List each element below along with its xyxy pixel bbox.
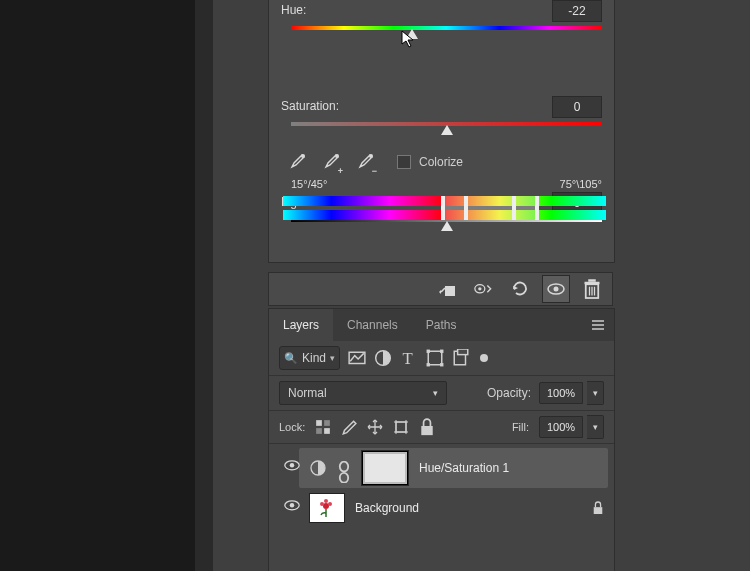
filter-kind-label: Kind xyxy=(302,351,326,365)
trash-icon[interactable] xyxy=(582,279,602,299)
chevron-down-icon: ▾ xyxy=(433,388,438,398)
svg-point-0 xyxy=(301,154,305,158)
svg-rect-12 xyxy=(585,282,600,285)
tab-paths[interactable]: Paths xyxy=(412,309,471,341)
colorize-checkbox[interactable] xyxy=(397,155,411,169)
lock-image-icon[interactable] xyxy=(341,419,357,435)
range-right-label: 75°\105° xyxy=(560,178,602,190)
search-icon: 🔍 xyxy=(284,352,298,365)
eyedropper-icon[interactable] xyxy=(287,152,307,172)
svg-point-1 xyxy=(335,154,339,158)
opacity-dropdown-icon[interactable]: ▾ xyxy=(587,381,604,405)
opacity-label: Opacity: xyxy=(487,386,531,400)
svg-point-7 xyxy=(554,287,559,292)
lock-transparency-icon[interactable] xyxy=(315,419,331,435)
mask-link-icon[interactable] xyxy=(337,461,351,475)
filter-type-icon[interactable]: T xyxy=(400,349,418,367)
fill-dropdown-icon[interactable]: ▾ xyxy=(587,415,604,439)
svg-point-45 xyxy=(320,502,324,506)
lock-label: Lock: xyxy=(279,421,305,433)
svg-rect-13 xyxy=(588,279,596,282)
saturation-slider[interactable] xyxy=(291,122,602,126)
layer-mask-thumbnail[interactable] xyxy=(361,450,409,486)
hue-value-input[interactable]: -22 xyxy=(552,0,602,22)
layer-filter-bar: 🔍 Kind ▾ T xyxy=(269,341,614,376)
filter-adjustment-icon[interactable] xyxy=(374,349,392,367)
svg-rect-27 xyxy=(316,420,322,426)
svg-point-46 xyxy=(328,502,332,506)
svg-rect-3 xyxy=(445,286,455,296)
chevron-down-icon: ▾ xyxy=(330,353,335,363)
lock-icon xyxy=(592,501,604,515)
view-previous-state-icon[interactable] xyxy=(474,279,494,299)
lightness-slider-thumb[interactable] xyxy=(441,221,453,231)
svg-rect-24 xyxy=(440,363,443,366)
colorize-label: Colorize xyxy=(419,155,463,169)
svg-rect-21 xyxy=(427,350,430,353)
hue-saturation-panel: Hue: -22 Saturation: 0 Lightness: 0 xyxy=(268,0,615,263)
svg-rect-26 xyxy=(458,349,468,355)
saturation-slider-thumb[interactable] xyxy=(441,125,453,135)
svg-rect-29 xyxy=(316,428,322,434)
range-left-label: 15°/45° xyxy=(291,178,327,190)
svg-point-47 xyxy=(324,499,328,503)
saturation-label: Saturation: xyxy=(281,99,339,113)
svg-rect-28 xyxy=(324,420,330,426)
range-handle[interactable] xyxy=(512,196,516,220)
lock-position-icon[interactable] xyxy=(367,419,383,435)
layer-name[interactable]: Hue/Saturation 1 xyxy=(419,461,509,475)
svg-rect-23 xyxy=(427,363,430,366)
layer-name[interactable]: Background xyxy=(355,501,419,515)
range-handle[interactable] xyxy=(464,196,468,220)
reset-icon[interactable] xyxy=(510,279,530,299)
fill-label: Fill: xyxy=(512,421,529,433)
svg-rect-36 xyxy=(422,426,433,435)
svg-rect-22 xyxy=(440,350,443,353)
range-handle[interactable] xyxy=(441,196,445,220)
hue-slider[interactable] xyxy=(291,26,602,30)
eyedropper-add-icon[interactable]: + xyxy=(321,152,341,172)
blend-mode-value: Normal xyxy=(288,386,327,400)
eyedropper-subtract-icon[interactable]: − xyxy=(355,152,375,172)
filter-pixel-icon[interactable] xyxy=(348,349,366,367)
adjustment-layer-icon xyxy=(309,459,327,477)
svg-rect-49 xyxy=(594,507,603,514)
svg-rect-31 xyxy=(396,422,406,432)
toggle-visibility-icon[interactable] xyxy=(543,276,569,302)
blend-mode-select[interactable]: Normal ▾ xyxy=(279,381,447,405)
clip-to-layer-icon[interactable] xyxy=(438,279,458,299)
layer-thumbnail[interactable] xyxy=(309,493,345,523)
saturation-value-input[interactable]: 0 xyxy=(552,96,602,118)
layer-row[interactable]: Hue/Saturation 1 xyxy=(299,448,608,488)
filter-shape-icon[interactable] xyxy=(426,349,444,367)
hue-slider-thumb[interactable] xyxy=(406,29,418,39)
adjustment-footer xyxy=(268,272,613,306)
filter-kind-select[interactable]: 🔍 Kind ▾ xyxy=(279,346,340,370)
svg-point-41 xyxy=(340,473,348,483)
layer-row[interactable]: Background xyxy=(299,488,614,528)
svg-point-43 xyxy=(290,503,294,507)
tab-channels[interactable]: Channels xyxy=(333,309,412,341)
hue-label: Hue: xyxy=(281,3,306,17)
svg-point-5 xyxy=(478,287,481,290)
svg-point-2 xyxy=(369,154,373,158)
fill-value-input[interactable]: 100% xyxy=(539,416,583,438)
filter-toggle-icon[interactable] xyxy=(480,354,488,362)
lock-all-icon[interactable] xyxy=(419,419,435,435)
range-handle[interactable] xyxy=(535,196,539,220)
svg-rect-30 xyxy=(324,428,330,434)
panel-menu-icon[interactable] xyxy=(590,319,606,331)
color-range-spectrum[interactable] xyxy=(283,196,606,220)
svg-point-40 xyxy=(340,462,348,472)
panel-tabs: Layers Channels Paths xyxy=(269,309,614,341)
lock-artboard-icon[interactable] xyxy=(393,419,409,435)
visibility-toggle-icon[interactable] xyxy=(283,459,301,477)
opacity-value-input[interactable]: 100% xyxy=(539,382,583,404)
filter-smartobject-icon[interactable] xyxy=(452,349,470,367)
layers-panel: Layers Channels Paths 🔍 Kind ▾ T xyxy=(268,308,615,571)
svg-text:T: T xyxy=(403,349,413,367)
tab-layers[interactable]: Layers xyxy=(269,309,333,341)
svg-point-38 xyxy=(290,463,294,467)
svg-rect-20 xyxy=(428,351,442,365)
visibility-toggle-icon[interactable] xyxy=(283,499,301,517)
